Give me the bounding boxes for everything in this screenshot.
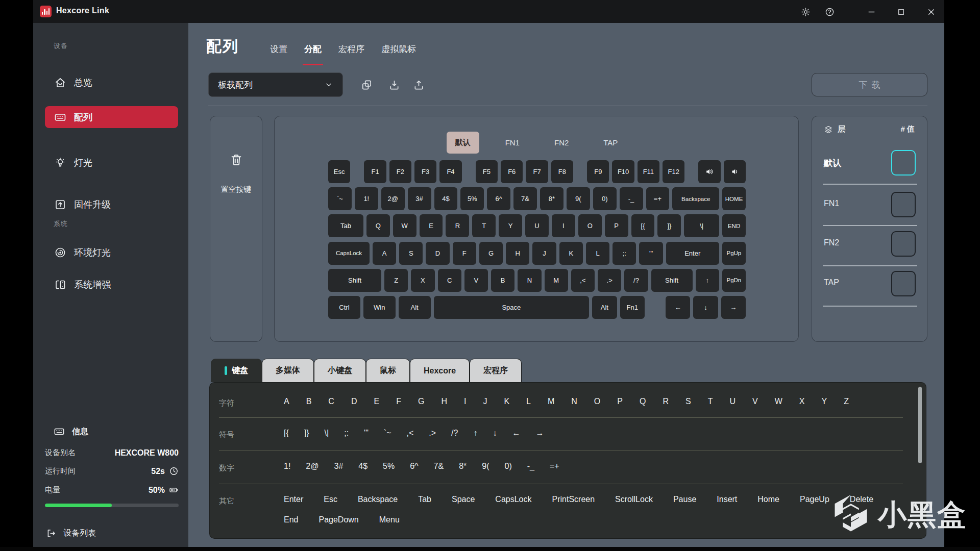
key-E[interactable]: E	[420, 214, 443, 237]
key-C[interactable]: C	[438, 269, 461, 292]
key-Alt[interactable]: Alt	[399, 296, 431, 319]
key-Enter[interactable]: Enter	[666, 242, 719, 265]
key--_[interactable]: -_	[620, 187, 643, 210]
其它-option[interactable]: Esc	[324, 495, 337, 504]
其它-option[interactable]: Pause	[673, 495, 696, 504]
assign-tab-宏程序[interactable]: 宏程序	[470, 359, 522, 382]
符号-option[interactable]: [{	[284, 429, 289, 438]
key-H[interactable]: H	[506, 242, 529, 265]
key-L[interactable]: L	[586, 242, 609, 265]
符号-option[interactable]: ]}	[304, 429, 309, 438]
layer-value-box-FN1[interactable]	[891, 192, 916, 217]
key-R[interactable]: R	[446, 214, 469, 237]
key-Tab[interactable]: Tab	[328, 214, 363, 237]
key-←[interactable]: ←	[666, 296, 690, 319]
layer-tab-TAP[interactable]: TAP	[595, 132, 626, 153]
layer-value-box-FN2[interactable]	[891, 231, 916, 257]
其它-option[interactable]: CapsLock	[495, 495, 531, 504]
其它-option[interactable]: PageDown	[318, 515, 358, 524]
key-Fn1[interactable]: Fn1	[620, 296, 645, 319]
close-button[interactable]	[924, 5, 938, 18]
layer-tab-FN1[interactable]: FN1	[497, 132, 528, 153]
key-PgDn[interactable]: PgDn	[722, 269, 746, 292]
key-G[interactable]: G	[479, 242, 503, 265]
key-8*[interactable]: 8*	[540, 187, 564, 210]
key-]}[interactable]: ]}	[657, 214, 681, 237]
key-0)[interactable]: 0)	[593, 187, 617, 210]
其它-option[interactable]: Space	[452, 495, 475, 504]
key-PgUp[interactable]: PgUp	[722, 242, 746, 265]
key-B[interactable]: B	[491, 269, 514, 292]
key-V[interactable]: V	[464, 269, 488, 292]
其它-option[interactable]: PageUp	[800, 495, 829, 504]
数字-option[interactable]: 1!	[284, 462, 290, 471]
sidebar-item-firmware[interactable]: 固件升级	[45, 193, 178, 215]
key-'"[interactable]: '"	[639, 242, 663, 265]
assign-tab-小键盘[interactable]: 小键盘	[314, 359, 366, 382]
key-S[interactable]: S	[399, 242, 423, 265]
数字-option[interactable]: 8*	[459, 462, 467, 471]
数字-option[interactable]: 9(	[482, 462, 489, 471]
key-Q[interactable]: Q	[366, 214, 390, 237]
tab-分配[interactable]: 分配	[304, 43, 322, 59]
key-speaker-quiet[interactable]	[724, 160, 746, 183]
key-I[interactable]: I	[552, 214, 575, 237]
key-6^[interactable]: 6^	[487, 187, 510, 210]
key-F12[interactable]: F12	[663, 160, 684, 183]
符号-option[interactable]: ;:	[344, 429, 349, 438]
clear-key-panel[interactable]: 置空按键	[210, 116, 262, 342]
key-T[interactable]: T	[472, 214, 496, 237]
数字-option[interactable]: 6^	[410, 462, 418, 471]
key-Shift[interactable]: Shift	[651, 269, 693, 292]
key-A[interactable]: A	[373, 242, 396, 265]
key-N[interactable]: N	[518, 269, 541, 292]
key-F11[interactable]: F11	[638, 160, 659, 183]
字符-option[interactable]: R	[663, 397, 669, 406]
字符-option[interactable]: G	[418, 397, 424, 406]
key-CapsLock[interactable]: CapsLock	[328, 242, 370, 265]
字符-option[interactable]: O	[594, 397, 600, 406]
key-Y[interactable]: Y	[499, 214, 522, 237]
数字-option[interactable]: 5%	[383, 462, 395, 471]
layer-value-box-TAP[interactable]	[891, 271, 916, 296]
数字-option[interactable]: 2@	[306, 462, 318, 471]
key-HOME[interactable]: HOME	[722, 187, 746, 210]
layer-tab-默认[interactable]: 默认	[447, 132, 479, 154]
其它-option[interactable]: Menu	[379, 515, 400, 524]
符号-option[interactable]: ↓	[493, 429, 497, 438]
key-1![interactable]: 1!	[355, 187, 378, 210]
key-Win[interactable]: Win	[363, 296, 396, 319]
scrollbar-thumb[interactable]	[918, 387, 922, 463]
key-O[interactable]: O	[578, 214, 602, 237]
download-button[interactable]: 下载	[812, 73, 927, 96]
key-9([interactable]: 9(	[567, 187, 590, 210]
tab-设置[interactable]: 设置	[270, 43, 287, 59]
key-X[interactable]: X	[411, 269, 434, 292]
key-F[interactable]: F	[453, 242, 476, 265]
sidebar-item-ambient-light[interactable]: 环境灯光	[45, 241, 178, 263]
数字-option[interactable]: =+	[550, 462, 559, 471]
key-Shift[interactable]: Shift	[328, 269, 381, 292]
tab-虚拟鼠标[interactable]: 虚拟鼠标	[381, 43, 416, 59]
其它-option[interactable]: Enter	[284, 495, 303, 504]
layer-tab-FN2[interactable]: FN2	[546, 132, 577, 153]
符号-option[interactable]: ,<	[407, 429, 414, 438]
key-;:[interactable]: ;:	[612, 242, 636, 265]
key-F1[interactable]: F1	[364, 160, 386, 183]
key-K[interactable]: K	[559, 242, 583, 265]
key-=+[interactable]: =+	[646, 187, 670, 210]
key-F2[interactable]: F2	[389, 160, 411, 183]
符号-option[interactable]: \|	[325, 429, 329, 438]
其它-option[interactable]: End	[284, 515, 298, 524]
数字-option[interactable]: 4$	[358, 462, 368, 471]
sidebar-item-layout[interactable]: 配列	[45, 106, 178, 128]
key-P[interactable]: P	[605, 214, 628, 237]
符号-option[interactable]: '"	[364, 429, 369, 438]
key-D[interactable]: D	[426, 242, 449, 265]
key-`~[interactable]: `~	[328, 187, 352, 210]
其它-option[interactable]: Home	[757, 495, 779, 504]
key-,<[interactable]: ,<	[571, 269, 595, 292]
字符-option[interactable]: E	[374, 397, 379, 406]
minimize-button[interactable]	[865, 5, 878, 18]
字符-option[interactable]: P	[617, 397, 623, 406]
